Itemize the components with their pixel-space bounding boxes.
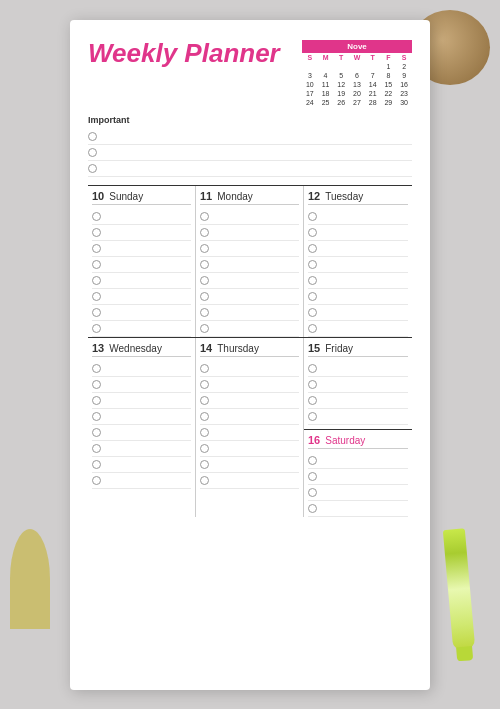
cal-cell: 29 — [381, 98, 397, 107]
task-checkbox[interactable] — [88, 132, 97, 141]
task-row — [200, 473, 299, 489]
task-checkbox[interactable] — [92, 308, 101, 317]
task-checkbox[interactable] — [92, 212, 101, 221]
calendar-month: Nove — [302, 40, 412, 53]
important-task-row — [88, 161, 412, 177]
task-checkbox[interactable] — [308, 488, 317, 497]
task-row — [200, 273, 299, 289]
task-checkbox[interactable] — [200, 260, 209, 269]
task-checkbox[interactable] — [200, 364, 209, 373]
task-checkbox[interactable] — [308, 380, 317, 389]
day-header-monday: 11 Monday — [200, 190, 299, 205]
task-checkbox[interactable] — [308, 504, 317, 513]
task-checkbox[interactable] — [92, 324, 101, 333]
cal-cell: 27 — [349, 98, 365, 107]
task-row — [92, 441, 191, 457]
cal-cell: 26 — [333, 98, 349, 107]
task-checkbox[interactable] — [200, 476, 209, 485]
day-header-saturday: 16 Saturday — [308, 434, 408, 449]
task-checkbox[interactable] — [92, 260, 101, 269]
task-checkbox[interactable] — [88, 164, 97, 173]
cal-cell: 4 — [318, 71, 334, 80]
cal-cell: 30 — [396, 98, 412, 107]
task-checkbox[interactable] — [200, 276, 209, 285]
task-checkbox[interactable] — [308, 276, 317, 285]
task-row — [308, 241, 408, 257]
day-header-thursday: 14 Thursday — [200, 342, 299, 357]
task-row — [92, 257, 191, 273]
task-row — [92, 305, 191, 321]
day-header-tuesday: 12 Tuesday — [308, 190, 408, 205]
task-checkbox[interactable] — [200, 380, 209, 389]
cal-cell: 12 — [333, 80, 349, 89]
task-row — [308, 485, 408, 501]
decorative-plant — [10, 529, 50, 629]
cal-cell: 2 — [396, 62, 412, 71]
task-checkbox[interactable] — [308, 244, 317, 253]
cal-cell: 10 — [302, 80, 318, 89]
task-checkbox[interactable] — [92, 380, 101, 389]
task-row — [308, 225, 408, 241]
cal-cell — [318, 62, 334, 71]
task-checkbox[interactable] — [200, 212, 209, 221]
task-checkbox[interactable] — [200, 460, 209, 469]
day-tuesday: 12 Tuesday — [304, 186, 412, 337]
task-checkbox[interactable] — [200, 412, 209, 421]
task-checkbox[interactable] — [200, 428, 209, 437]
task-checkbox[interactable] — [308, 472, 317, 481]
cal-cell: 6 — [349, 71, 365, 80]
day-thursday: 14 Thursday — [196, 338, 304, 517]
days-bottom-row: 13 Wednesday 14 Thursday — [88, 337, 412, 517]
task-checkbox[interactable] — [92, 396, 101, 405]
task-checkbox[interactable] — [92, 460, 101, 469]
day-name-saturday: Saturday — [325, 435, 365, 446]
task-row — [92, 273, 191, 289]
task-row — [308, 289, 408, 305]
task-row — [200, 305, 299, 321]
task-checkbox[interactable] — [92, 444, 101, 453]
task-checkbox[interactable] — [308, 292, 317, 301]
cal-cell: 23 — [396, 89, 412, 98]
task-checkbox[interactable] — [200, 396, 209, 405]
task-checkbox[interactable] — [92, 428, 101, 437]
cal-cell: 9 — [396, 71, 412, 80]
day-name-tuesday: Tuesday — [325, 191, 363, 202]
mini-calendar: Nove S M T W T F S — [302, 40, 412, 107]
cal-cell: 18 — [318, 89, 334, 98]
task-checkbox[interactable] — [308, 260, 317, 269]
task-checkbox[interactable] — [308, 228, 317, 237]
task-row — [200, 209, 299, 225]
task-row — [308, 361, 408, 377]
task-row — [92, 289, 191, 305]
task-checkbox[interactable] — [308, 456, 317, 465]
task-checkbox[interactable] — [308, 412, 317, 421]
task-checkbox[interactable] — [308, 364, 317, 373]
task-checkbox[interactable] — [308, 308, 317, 317]
cal-header-m: M — [318, 53, 334, 62]
task-row — [92, 473, 191, 489]
cal-cell: 17 — [302, 89, 318, 98]
task-checkbox[interactable] — [92, 244, 101, 253]
task-checkbox[interactable] — [308, 396, 317, 405]
task-checkbox[interactable] — [92, 412, 101, 421]
task-checkbox[interactable] — [92, 364, 101, 373]
task-checkbox[interactable] — [92, 228, 101, 237]
task-row — [308, 209, 408, 225]
task-checkbox[interactable] — [92, 276, 101, 285]
day-name-friday: Friday — [325, 343, 353, 354]
cal-cell — [365, 62, 381, 71]
cal-cell: 19 — [333, 89, 349, 98]
task-checkbox[interactable] — [88, 148, 97, 157]
task-checkbox[interactable] — [200, 308, 209, 317]
task-checkbox[interactable] — [92, 292, 101, 301]
task-checkbox[interactable] — [308, 212, 317, 221]
task-checkbox[interactable] — [200, 444, 209, 453]
task-checkbox[interactable] — [200, 292, 209, 301]
task-checkbox[interactable] — [200, 324, 209, 333]
task-checkbox[interactable] — [308, 324, 317, 333]
task-checkbox[interactable] — [92, 476, 101, 485]
task-checkbox[interactable] — [200, 244, 209, 253]
cal-cell: 16 — [396, 80, 412, 89]
friday-section: 15 Friday — [304, 338, 412, 425]
task-checkbox[interactable] — [200, 228, 209, 237]
